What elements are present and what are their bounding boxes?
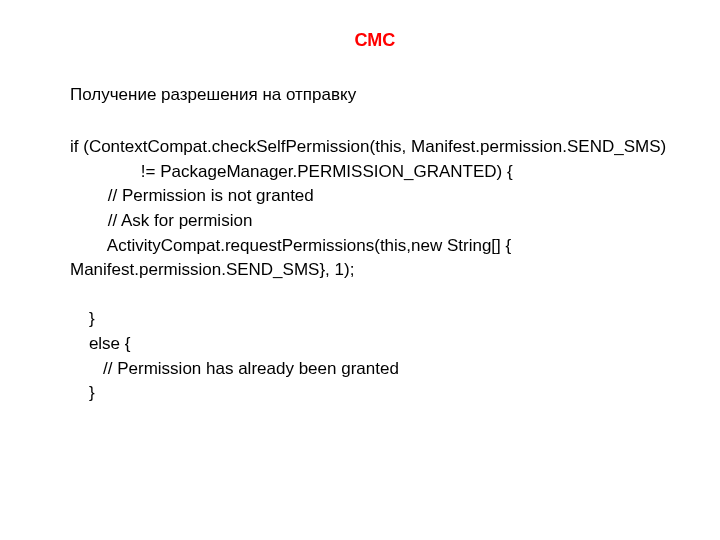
page-title: СМС (100, 30, 650, 51)
code-snippet: if (ContextCompat.checkSelfPermission(th… (70, 135, 650, 406)
section-subtitle: Получение разрешения на отправку (70, 85, 650, 105)
